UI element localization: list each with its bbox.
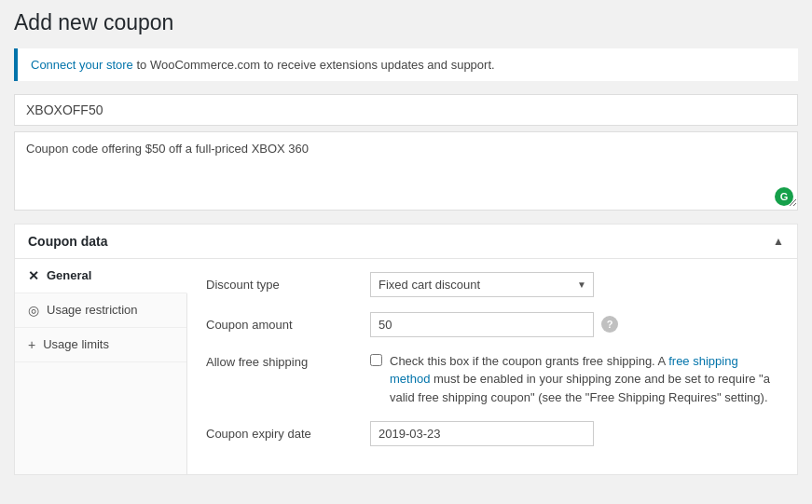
description-textarea[interactable]: Coupon code offering $50 off a full-pric… (15, 132, 797, 207)
coupon-tabs: ✕ General ◎ Usage restriction + Usage li… (15, 259, 187, 475)
free-shipping-control: Check this box if the coupon grants free… (370, 352, 778, 407)
discount-type-select[interactable]: Percentage discount Fixed cart discount … (370, 272, 594, 297)
coupon-fields: Discount type Percentage discount Fixed … (187, 259, 797, 475)
discount-type-label: Discount type (206, 272, 355, 292)
collapse-arrow[interactable]: ▲ (773, 235, 784, 248)
expiry-date-label: Coupon expiry date (206, 421, 355, 441)
coupon-amount-label: Coupon amount (206, 312, 355, 332)
usage-restriction-icon: ◎ (28, 303, 39, 318)
free-shipping-label: Allow free shipping (206, 352, 355, 369)
coupon-data-header: Coupon data ▲ (15, 225, 797, 259)
coupon-data-body: ✕ General ◎ Usage restriction + Usage li… (15, 259, 797, 475)
grammarly-icon: G (775, 187, 793, 206)
coupon-code-input[interactable] (14, 94, 798, 126)
usage-limits-icon: + (28, 337, 35, 352)
coupon-amount-control: ? (370, 312, 778, 337)
tab-usage-restriction[interactable]: ◎ Usage restriction (15, 293, 186, 328)
notice-bar: Connect your store to WooCommerce.com to… (14, 48, 798, 81)
expiry-date-row: Coupon expiry date (206, 421, 778, 446)
page-title: Add new coupon (14, 9, 798, 37)
coupon-data-title: Coupon data (28, 234, 108, 249)
free-shipping-checkbox[interactable] (370, 354, 382, 366)
coupon-data-box: Coupon data ▲ ✕ General ◎ Usage restrict… (14, 224, 798, 476)
coupon-amount-input[interactable] (370, 312, 594, 337)
description-wrapper: Coupon code offering $50 off a full-pric… (14, 131, 798, 211)
discount-type-control: Percentage discount Fixed cart discount … (370, 272, 778, 297)
tab-general-label: General (47, 268, 91, 282)
discount-type-row: Discount type Percentage discount Fixed … (206, 272, 778, 297)
tab-usage-restriction-label: Usage restriction (47, 303, 138, 317)
discount-type-select-wrapper: Percentage discount Fixed cart discount … (370, 272, 594, 297)
general-icon: ✕ (28, 268, 39, 283)
expiry-date-control (370, 421, 778, 446)
free-shipping-row: Allow free shipping Check this box if th… (206, 352, 778, 407)
tab-usage-limits-label: Usage limits (43, 337, 109, 351)
free-shipping-desc-suffix: must be enabled in your shipping zone an… (390, 372, 770, 404)
page-wrapper: Add new coupon Connect your store to Woo… (0, 0, 812, 504)
coupon-amount-row: Coupon amount ? (206, 312, 778, 337)
expiry-date-input[interactable] (370, 421, 594, 446)
free-shipping-desc-prefix: Check this box if the coupon grants free… (390, 354, 668, 368)
connect-store-link[interactable]: Connect your store (31, 58, 133, 72)
tab-usage-limits[interactable]: + Usage limits (15, 328, 186, 362)
notice-text: to WooCommerce.com to receive extensions… (133, 58, 495, 72)
help-icon[interactable]: ? (601, 316, 618, 333)
free-shipping-description: Check this box if the coupon grants free… (390, 352, 778, 407)
tab-general[interactable]: ✕ General (15, 259, 187, 293)
